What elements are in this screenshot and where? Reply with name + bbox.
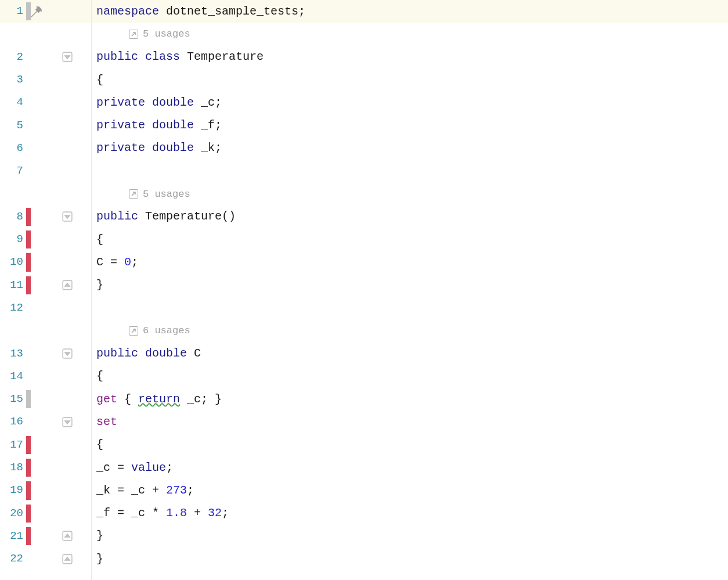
- line-number: 7: [0, 165, 26, 176]
- code-line[interactable]: _c = value;: [92, 456, 728, 479]
- brace: {: [96, 74, 103, 86]
- code-editor[interactable]: 1 2 3 4 5 6 7 8 9 10: [0, 0, 728, 580]
- code-line[interactable]: get { return _c; }: [92, 388, 728, 410]
- line-number: 11: [0, 280, 26, 291]
- number: 0: [124, 257, 131, 268]
- prop-name: C: [187, 348, 201, 359]
- keyword-class: class: [138, 51, 180, 63]
- code-line[interactable]: private double _c;: [92, 91, 728, 114]
- keyword-public: public: [96, 348, 138, 359]
- vcs-change-marker[interactable]: [26, 208, 31, 226]
- code-line[interactable]: {: [92, 228, 728, 251]
- code-line[interactable]: }: [92, 525, 728, 547]
- line-number: 13: [0, 348, 26, 359]
- class-name: Temperature: [180, 51, 264, 63]
- code-line[interactable]: C = 0;: [92, 251, 728, 273]
- keyword-private: private: [96, 97, 145, 109]
- number: 32: [208, 507, 222, 519]
- inlay-usages[interactable]: 5 usages: [92, 182, 728, 205]
- line-number: 5: [0, 120, 26, 131]
- change-marker: [26, 2, 31, 20]
- brace: {: [96, 439, 103, 451]
- gutter: 1 2 3 4 5 6 7 8 9 10: [0, 0, 92, 580]
- stmt: _f = _c *: [96, 507, 166, 519]
- line-number: 15: [0, 394, 26, 405]
- line-number: 2: [0, 52, 26, 63]
- line-number: 12: [0, 302, 26, 314]
- code-line[interactable]: [92, 160, 728, 182]
- gutter-row-blank: [0, 182, 91, 205]
- vcs-change-marker[interactable]: [26, 253, 31, 271]
- code-line[interactable]: _k = _c + 273;: [92, 479, 728, 502]
- usages-icon: [129, 326, 138, 336]
- gutter-icon-area: [26, 4, 60, 19]
- code-line[interactable]: {: [92, 434, 728, 456]
- line-number: 10: [0, 257, 26, 268]
- line-number: 6: [0, 143, 26, 154]
- keyword-public: public: [96, 211, 138, 222]
- keyword-double: double: [145, 142, 194, 154]
- fold-up-icon[interactable]: [62, 531, 73, 541]
- stmt: C =: [96, 257, 124, 268]
- line-number: 1: [0, 6, 26, 17]
- code-line[interactable]: {: [92, 69, 728, 91]
- fold-down-icon[interactable]: [62, 52, 73, 62]
- code-line[interactable]: public Temperature(): [92, 206, 728, 228]
- vcs-change-marker[interactable]: [26, 276, 31, 294]
- code-line[interactable]: private double _f;: [92, 114, 728, 136]
- vcs-change-marker[interactable]: [26, 436, 31, 454]
- line-number: 16: [0, 416, 26, 427]
- usages-icon: [129, 30, 138, 39]
- vcs-change-marker[interactable]: [26, 505, 31, 523]
- fold-down-icon[interactable]: [62, 211, 73, 222]
- line-number: 3: [0, 74, 26, 85]
- fold-down-icon[interactable]: [62, 348, 73, 359]
- vcs-change-marker[interactable]: [26, 481, 31, 499]
- line-number: 8: [0, 211, 26, 222]
- keyword-public: public: [96, 51, 138, 63]
- code-area[interactable]: namespace dotnet_sample_tests; 5 usages …: [92, 0, 728, 580]
- code-line[interactable]: public double C: [92, 342, 728, 365]
- build-icon[interactable]: [29, 4, 44, 19]
- keyword-private: private: [96, 120, 145, 131]
- ctor-name: Temperature(): [138, 211, 236, 222]
- code-line[interactable]: set: [92, 410, 728, 433]
- code-line[interactable]: public class Temperature: [92, 46, 728, 69]
- line-number: 9: [0, 234, 26, 245]
- brace: }: [96, 279, 103, 291]
- line-number: 22: [0, 553, 26, 564]
- field: _c;: [194, 97, 222, 109]
- fold-up-icon[interactable]: [62, 280, 73, 290]
- gutter-row-blank: [0, 23, 91, 45]
- code-line[interactable]: namespace dotnet_sample_tests;: [92, 0, 728, 23]
- code-line[interactable]: {: [92, 365, 728, 388]
- code-line[interactable]: [92, 297, 728, 319]
- inlay-usages[interactable]: 5 usages: [92, 23, 728, 45]
- usages-label: 5 usages: [143, 29, 190, 39]
- brace: }: [96, 530, 103, 542]
- code-line[interactable]: _f = _c * 1.8 + 32;: [92, 502, 728, 525]
- code-line[interactable]: private double _k;: [92, 137, 728, 160]
- brace: {: [96, 370, 103, 382]
- code-line[interactable]: }: [92, 547, 728, 570]
- number: 273: [166, 485, 187, 496]
- brace: {: [96, 234, 103, 246]
- line-number: 4: [0, 97, 26, 108]
- semicolon: ;: [131, 257, 138, 268]
- code-line[interactable]: }: [92, 274, 728, 297]
- keyword-private: private: [96, 142, 145, 154]
- field: _k;: [194, 142, 222, 154]
- fold-down-icon[interactable]: [62, 417, 73, 427]
- keyword-double: double: [138, 348, 187, 359]
- vcs-change-marker[interactable]: [26, 459, 31, 477]
- field: _f;: [194, 120, 222, 131]
- line-number: 18: [0, 462, 26, 473]
- fold-up-icon[interactable]: [62, 554, 73, 564]
- gutter-row: 2: [0, 46, 91, 69]
- stmt: _k = _c +: [96, 485, 166, 496]
- usages-icon: [129, 189, 138, 199]
- vcs-change-marker[interactable]: [26, 527, 31, 545]
- vcs-change-marker[interactable]: [26, 230, 31, 248]
- inlay-usages[interactable]: 6 usages: [92, 319, 728, 342]
- keyword-double: double: [145, 97, 194, 109]
